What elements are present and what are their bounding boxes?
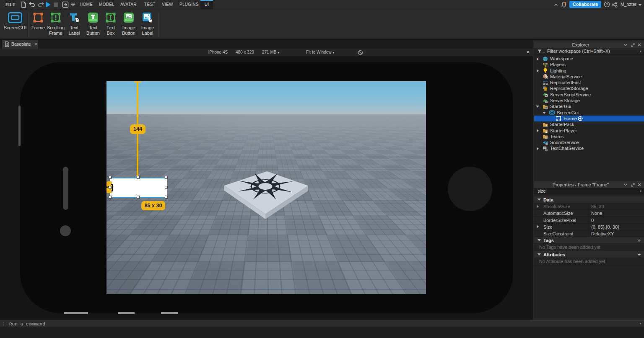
svg-text:?: ? xyxy=(606,3,608,7)
